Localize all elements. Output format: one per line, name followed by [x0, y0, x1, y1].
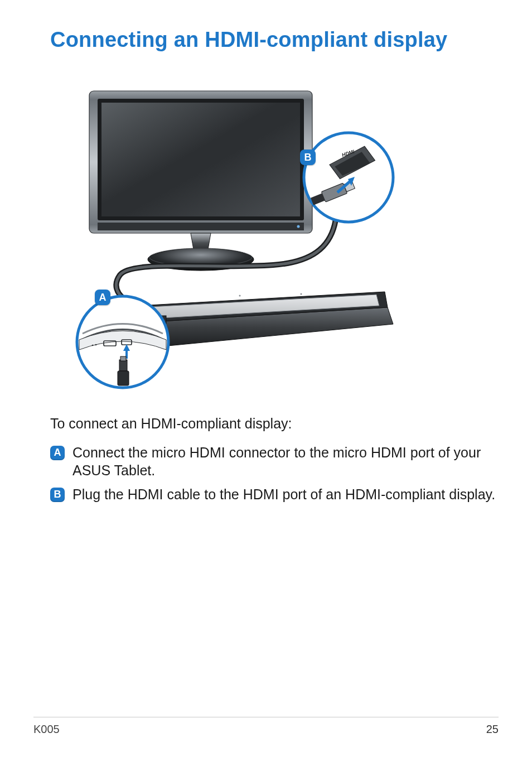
- step-text-b: Plug the HDMI cable to the HDMI port of …: [72, 485, 499, 504]
- step-text-a: Connect the micro HDMI connector to the …: [72, 443, 499, 480]
- svg-point-15: [92, 345, 94, 346]
- diagram-svg: HDMI: [67, 85, 399, 392]
- svg-rect-21: [118, 371, 129, 385]
- page-title: Connecting an HDMI-compliant display: [50, 28, 499, 52]
- callout-a-marker: A: [95, 290, 110, 305]
- callout-b-detail: HDMI: [304, 133, 393, 222]
- svg-point-7: [304, 133, 393, 222]
- svg-rect-2: [101, 103, 300, 216]
- step-item-b: B Plug the HDMI cable to the HDMI port o…: [50, 485, 499, 504]
- steps-list: A Connect the micro HDMI connector to th…: [50, 443, 499, 504]
- step-marker-a: A: [50, 446, 65, 460]
- callout-a-detail: [77, 296, 168, 388]
- svg-point-11: [239, 295, 241, 297]
- svg-point-4: [297, 225, 300, 228]
- svg-rect-19: [119, 360, 127, 371]
- svg-point-16: [95, 344, 97, 346]
- step-item-a: A Connect the micro HDMI connector to th…: [50, 443, 499, 480]
- tablet-icon: [139, 292, 393, 348]
- footer-page-number: 25: [486, 723, 499, 736]
- page-footer: K005 25: [33, 717, 499, 736]
- steps-intro: To connect an HDMI-compliant display:: [50, 414, 499, 433]
- connection-diagram: HDMI: [67, 85, 399, 392]
- step-marker-b: B: [50, 488, 65, 502]
- monitor-icon: [89, 91, 312, 271]
- svg-rect-3: [98, 223, 304, 230]
- footer-model: K005: [33, 723, 60, 736]
- svg-rect-20: [120, 356, 126, 361]
- callout-b-marker: B: [300, 150, 316, 165]
- svg-point-12: [301, 293, 302, 295]
- manual-page: Connecting an HDMI-compliant display: [0, 0, 532, 757]
